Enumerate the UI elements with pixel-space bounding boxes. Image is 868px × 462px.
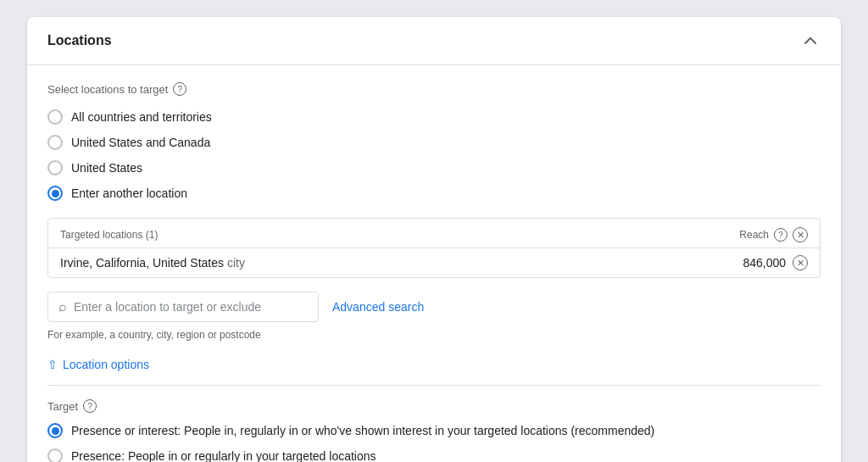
location-options-label: Location options — [63, 358, 149, 371]
target-section: Target ? Presence or interest: People in… — [47, 399, 821, 462]
locations-card: Locations Select locations to target ? A… — [27, 17, 841, 462]
targeted-header: Targeted locations (1) Reach ? ✕ — [48, 219, 820, 248]
target-help-icon[interactable]: ? — [83, 399, 97, 413]
radio-presence[interactable]: Presence: People in or regularly in your… — [47, 448, 821, 462]
target-label: Target ? — [47, 399, 821, 413]
target-radio-group: Presence or interest: People in, regular… — [47, 423, 821, 462]
radio-all-countries-button[interactable] — [47, 109, 63, 125]
reach-help-icon[interactable]: ? — [774, 228, 787, 242]
location-search-wrapper[interactable]: ⌕ — [47, 292, 319, 322]
targeted-location-row: Irvine, California, United States city 8… — [48, 248, 820, 277]
radio-us-label: United States — [71, 161, 142, 175]
targeted-count-label: Targeted locations (1) — [60, 229, 158, 241]
card-title: Locations — [47, 33, 112, 48]
location-type-label: city — [227, 256, 245, 270]
radio-presence-button[interactable] — [47, 448, 63, 462]
radio-another-inner — [52, 190, 59, 198]
targeted-location-text: Irvine, California, United States city — [60, 256, 245, 270]
targeted-reach-value: 846,000 ✕ — [743, 255, 808, 270]
radio-us-canada[interactable]: United States and Canada — [47, 135, 821, 150]
radio-all-countries[interactable]: All countries and territories — [47, 109, 821, 125]
collapse-icon[interactable] — [800, 31, 821, 51]
radio-us-canada-label: United States and Canada — [71, 136, 210, 149]
card-header: Locations — [27, 17, 841, 65]
reach-label: Reach — [739, 229, 769, 241]
divider — [47, 385, 821, 386]
radio-presence-label: Presence: People in or regularly in your… — [71, 449, 376, 462]
location-options-toggle[interactable]: ⇧ Location options — [47, 358, 821, 371]
select-help-icon[interactable]: ? — [173, 82, 186, 96]
radio-us[interactable]: United States — [47, 160, 821, 175]
radio-another-location[interactable]: Enter another location — [47, 186, 821, 201]
card-body: Select locations to target ? All countri… — [27, 65, 841, 462]
radio-presence-interest-button[interactable] — [47, 423, 63, 438]
radio-presence-interest-inner — [52, 427, 59, 435]
radio-another-button[interactable] — [47, 186, 63, 201]
location-search-input[interactable] — [74, 300, 308, 314]
targeted-locations-box: Targeted locations (1) Reach ? ✕ Irvine,… — [47, 218, 821, 278]
search-row: ⌕ Advanced search — [47, 292, 821, 322]
radio-all-countries-label: All countries and territories — [71, 110, 212, 124]
reach-close-icon[interactable]: ✕ — [793, 227, 808, 242]
location-remove-icon[interactable]: ✕ — [793, 255, 808, 270]
select-label: Select locations to target ? — [47, 82, 821, 96]
radio-presence-interest[interactable]: Presence or interest: People in, regular… — [47, 423, 821, 438]
location-radio-group: All countries and territories United Sta… — [47, 109, 821, 201]
search-icon: ⌕ — [58, 299, 67, 314]
radio-us-button[interactable] — [47, 160, 63, 175]
targeted-reach-header: Reach ? ✕ — [739, 227, 808, 242]
radio-us-canada-button[interactable] — [47, 135, 63, 150]
radio-another-label: Enter another location — [71, 186, 187, 200]
advanced-search-link[interactable]: Advanced search — [332, 300, 424, 314]
chevron-up-icon: ⇧ — [47, 358, 58, 371]
radio-presence-interest-label: Presence or interest: People in, regular… — [71, 424, 654, 437]
search-hint: For example, a country, city, region or … — [47, 329, 821, 341]
